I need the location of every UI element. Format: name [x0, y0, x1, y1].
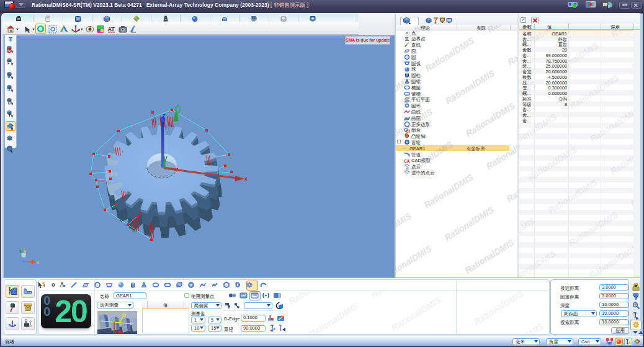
svg-text:Lead: Lead	[112, 330, 122, 334]
svg-text:¥: ¥	[24, 250, 26, 254]
svg-text:x: x	[244, 176, 248, 182]
svg-text:z: z	[163, 112, 166, 119]
svg-text:AT: AT	[108, 26, 115, 32]
svg-text:D: D	[122, 312, 126, 318]
svg-text:x: x	[37, 259, 40, 265]
